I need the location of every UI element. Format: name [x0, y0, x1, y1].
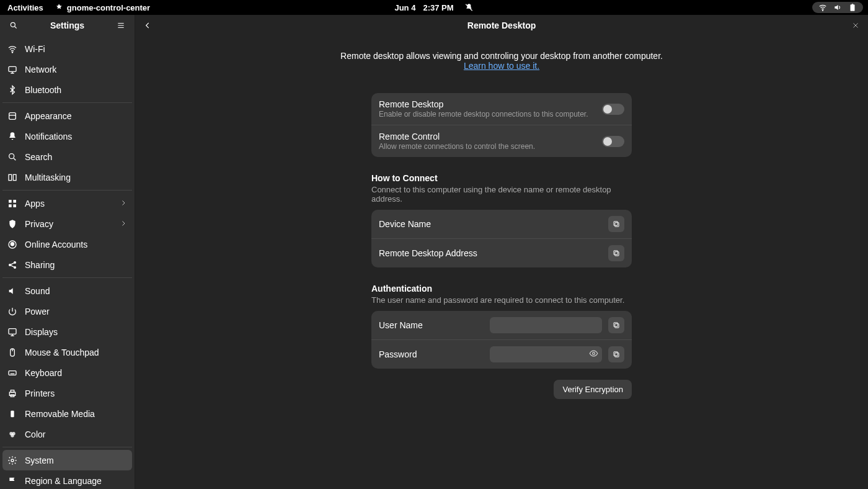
verify-encryption-button[interactable]: Verify Encryption [554, 380, 632, 399]
printers-icon [7, 388, 17, 398]
svg-rect-2 [852, 4, 853, 4]
sidebar-item-label: Keyboard [25, 368, 62, 378]
device-name-row: Device Name [371, 210, 632, 238]
show-password-icon[interactable] [589, 349, 598, 360]
username-label: User Name [379, 320, 484, 330]
sidebar-item-online-accounts[interactable]: Online Accounts [2, 234, 132, 254]
password-label: Password [379, 349, 484, 359]
system-status-area[interactable] [812, 2, 863, 13]
sidebar-item-label: Privacy [25, 219, 53, 229]
remote-desktop-label: Remote Desktop [379, 99, 596, 109]
svg-rect-6 [9, 112, 16, 119]
copy-password-button[interactable] [608, 346, 624, 362]
bell-icon [7, 132, 17, 141]
page-title: Remote Desktop [156, 20, 847, 30]
back-button[interactable] [139, 17, 156, 34]
settings-window: Settings Wi-FiNetworkBluetoothAppearance… [0, 15, 868, 489]
sidebar-item-label: Color [25, 429, 45, 439]
sidebar-item-keyboard[interactable]: Keyboard [2, 362, 132, 383]
svg-rect-1 [851, 4, 855, 11]
copy-username-button[interactable] [608, 317, 624, 333]
address-row: Remote Desktop Address [371, 238, 632, 267]
sidebar-item-sharing[interactable]: Sharing [2, 254, 132, 275]
content-body: Remote desktop allows viewing and contro… [135, 36, 868, 489]
activities-button[interactable]: Activities [7, 3, 43, 12]
svg-rect-36 [615, 353, 619, 357]
svg-rect-9 [13, 174, 16, 180]
sidebar-item-label: Region & Language [25, 476, 102, 486]
username-input[interactable] [494, 321, 598, 330]
sidebar-item-apps[interactable]: Apps [2, 193, 132, 213]
auth-sub: The user name and password are required … [371, 295, 632, 305]
sidebar-item-displays[interactable]: Displays [2, 321, 132, 342]
remote-control-label: Remote Control [379, 132, 596, 141]
remote-control-toggle[interactable] [602, 136, 624, 147]
notifications-muted-icon [465, 3, 474, 12]
sidebar-item-removable-media[interactable]: Removable Media [2, 403, 132, 424]
menu-button[interactable] [112, 17, 130, 34]
sidebar-item-label: Displays [25, 327, 58, 337]
sidebar-item-mouse-touchpad[interactable]: Mouse & Touchpad [2, 342, 132, 362]
learn-more-link[interactable]: Learn how to use it. [464, 61, 539, 71]
sidebar-header: Settings [0, 15, 135, 36]
search-button[interactable] [5, 17, 22, 34]
battery-status-icon [848, 3, 857, 12]
sidebar-item-label: Printers [25, 388, 55, 398]
system-icon [7, 455, 17, 465]
sidebar-item-search[interactable]: Search [2, 146, 132, 167]
removable-icon [7, 409, 17, 419]
sidebar-item-power[interactable]: Power [2, 301, 132, 321]
sidebar-item-label: Sharing [25, 260, 55, 270]
password-field[interactable] [490, 346, 602, 362]
chevron-right-icon [120, 219, 127, 229]
sidebar-item-network[interactable]: Network [2, 59, 132, 79]
svg-point-17 [14, 266, 16, 268]
clock[interactable]: Jun 4 2:37 PM [394, 3, 473, 12]
sidebar-item-multitasking[interactable]: Multitasking [2, 167, 132, 187]
sound-icon [7, 286, 17, 296]
svg-rect-11 [13, 200, 16, 203]
remote-desktop-desc: Enable or disable remote desktop connect… [379, 110, 596, 119]
sidebar-item-privacy[interactable]: Privacy [2, 213, 132, 234]
multitask-icon [7, 173, 17, 182]
network-icon [7, 65, 17, 74]
address-label: Remote Desktop Address [379, 248, 602, 258]
device-name-label: Device Name [379, 219, 602, 229]
remote-control-row[interactable]: Remote Control Allow remote connections … [371, 125, 632, 157]
toggles-card: Remote Desktop Enable or disable remote … [371, 93, 632, 157]
sidebar-item-printers[interactable]: Printers [2, 383, 132, 403]
sidebar-item-bluetooth[interactable]: Bluetooth [2, 79, 132, 100]
color-icon [7, 429, 17, 439]
password-input[interactable] [494, 350, 587, 359]
sidebar-item-label: Network [25, 65, 56, 74]
svg-rect-24 [11, 410, 14, 417]
sidebar-item-label: Wi-Fi [25, 44, 45, 54]
bluetooth-icon [7, 85, 17, 95]
svg-point-3 [11, 22, 15, 27]
remote-desktop-row[interactable]: Remote Desktop Enable or disable remote … [371, 93, 632, 125]
mouse-icon [7, 348, 17, 357]
svg-rect-22 [11, 390, 14, 392]
username-field[interactable] [490, 317, 602, 333]
chevron-right-icon [120, 199, 127, 209]
sidebar-item-sound[interactable]: Sound [2, 280, 132, 301]
copy-address-button[interactable] [608, 245, 624, 261]
sidebar-item-appearance[interactable]: Appearance [2, 105, 132, 126]
close-button[interactable] [847, 17, 864, 34]
svg-rect-30 [614, 222, 618, 225]
sidebar-item-region-language[interactable]: Region & Language [2, 470, 132, 489]
auth-heading: Authentication [371, 284, 632, 294]
sidebar-item-system[interactable]: System [2, 450, 132, 470]
sidebar-item-notifications[interactable]: Notifications [2, 126, 132, 146]
remote-desktop-toggle[interactable] [602, 104, 624, 115]
gnome-top-bar: Activities gnome-control-center Jun 4 2:… [0, 0, 868, 15]
svg-rect-18 [9, 328, 16, 334]
current-app[interactable]: gnome-control-center [55, 3, 150, 12]
sidebar-item-wi-fi[interactable]: Wi-Fi [2, 38, 132, 59]
copy-device-name-button[interactable] [608, 216, 624, 232]
sidebar-item-label: Notifications [25, 132, 72, 141]
sidebar-item-label: Multitasking [25, 173, 71, 182]
svg-point-0 [822, 10, 823, 11]
svg-point-16 [14, 261, 16, 263]
sidebar-item-color[interactable]: Color [2, 424, 132, 444]
